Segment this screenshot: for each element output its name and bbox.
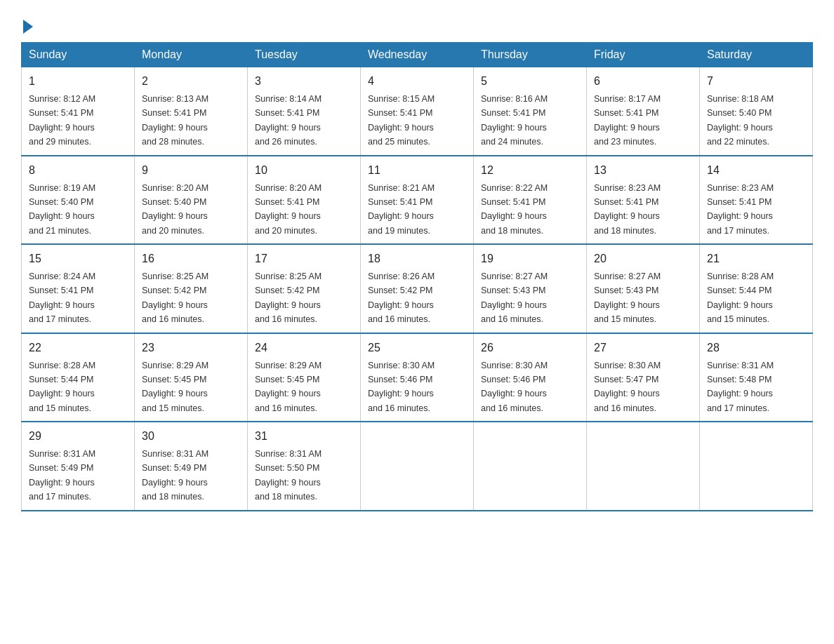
day-info: Sunrise: 8:25 AMSunset: 5:42 PMDaylight:…	[142, 271, 208, 324]
day-info: Sunrise: 8:28 AMSunset: 5:44 PMDaylight:…	[707, 271, 774, 324]
calendar-day-cell: 28 Sunrise: 8:31 AMSunset: 5:48 PMDaylig…	[700, 333, 813, 422]
calendar-day-cell: 10 Sunrise: 8:20 AMSunset: 5:41 PMDaylig…	[248, 156, 361, 245]
day-of-week-header: Friday	[587, 43, 700, 67]
calendar-day-cell: 29 Sunrise: 8:31 AMSunset: 5:49 PMDaylig…	[22, 422, 135, 511]
calendar-table: SundayMondayTuesdayWednesdayThursdayFrid…	[21, 42, 813, 511]
day-info: Sunrise: 8:29 AMSunset: 5:45 PMDaylight:…	[255, 361, 322, 413]
day-number: 3	[255, 73, 353, 90]
calendar-day-cell: 15 Sunrise: 8:24 AMSunset: 5:41 PMDaylig…	[22, 244, 135, 333]
logo	[21, 21, 33, 34]
day-info: Sunrise: 8:30 AMSunset: 5:47 PMDaylight:…	[594, 361, 661, 413]
day-of-week-header: Wednesday	[361, 43, 474, 67]
calendar-day-cell: 5 Sunrise: 8:16 AMSunset: 5:41 PMDayligh…	[474, 67, 587, 156]
day-number: 9	[142, 162, 240, 179]
day-number: 17	[255, 250, 353, 267]
day-info: Sunrise: 8:12 AMSunset: 5:41 PMDaylight:…	[29, 94, 95, 147]
day-info: Sunrise: 8:18 AMSunset: 5:40 PMDaylight:…	[707, 94, 774, 147]
day-of-week-header: Tuesday	[248, 43, 361, 67]
day-info: Sunrise: 8:30 AMSunset: 5:46 PMDaylight:…	[481, 361, 548, 413]
day-info: Sunrise: 8:27 AMSunset: 5:43 PMDaylight:…	[594, 271, 661, 324]
calendar-week-row: 15 Sunrise: 8:24 AMSunset: 5:41 PMDaylig…	[22, 244, 813, 333]
day-info: Sunrise: 8:22 AMSunset: 5:41 PMDaylight:…	[481, 183, 548, 236]
calendar-day-cell: 4 Sunrise: 8:15 AMSunset: 5:41 PMDayligh…	[361, 67, 474, 156]
calendar-day-cell: 20 Sunrise: 8:27 AMSunset: 5:43 PMDaylig…	[587, 244, 700, 333]
day-info: Sunrise: 8:20 AMSunset: 5:40 PMDaylight:…	[142, 183, 208, 236]
calendar-day-cell: 6 Sunrise: 8:17 AMSunset: 5:41 PMDayligh…	[587, 67, 700, 156]
calendar-day-cell: 8 Sunrise: 8:19 AMSunset: 5:40 PMDayligh…	[22, 156, 135, 245]
day-number: 12	[481, 162, 579, 179]
calendar-day-cell: 12 Sunrise: 8:22 AMSunset: 5:41 PMDaylig…	[474, 156, 587, 245]
calendar-day-cell: 9 Sunrise: 8:20 AMSunset: 5:40 PMDayligh…	[135, 156, 248, 245]
day-of-week-header: Sunday	[22, 43, 135, 67]
calendar-day-cell: 7 Sunrise: 8:18 AMSunset: 5:40 PMDayligh…	[700, 67, 813, 156]
day-info: Sunrise: 8:21 AMSunset: 5:41 PMDaylight:…	[368, 183, 435, 236]
day-of-week-header: Thursday	[474, 43, 587, 67]
day-number: 27	[594, 340, 692, 356]
calendar-day-cell: 31 Sunrise: 8:31 AMSunset: 5:50 PMDaylig…	[248, 422, 361, 511]
day-info: Sunrise: 8:28 AMSunset: 5:44 PMDaylight:…	[29, 361, 95, 413]
day-info: Sunrise: 8:16 AMSunset: 5:41 PMDaylight:…	[481, 94, 548, 147]
day-number: 24	[255, 340, 353, 356]
calendar-day-cell: 1 Sunrise: 8:12 AMSunset: 5:41 PMDayligh…	[22, 67, 135, 156]
calendar-week-row: 1 Sunrise: 8:12 AMSunset: 5:41 PMDayligh…	[22, 67, 813, 156]
day-info: Sunrise: 8:25 AMSunset: 5:42 PMDaylight:…	[255, 271, 322, 324]
day-info: Sunrise: 8:13 AMSunset: 5:41 PMDaylight:…	[142, 94, 208, 147]
day-number: 8	[29, 162, 127, 179]
day-number: 11	[368, 162, 466, 179]
day-number: 22	[29, 340, 127, 356]
calendar-header-row: SundayMondayTuesdayWednesdayThursdayFrid…	[22, 43, 813, 67]
day-number: 6	[594, 73, 692, 90]
calendar-day-cell: 25 Sunrise: 8:30 AMSunset: 5:46 PMDaylig…	[361, 333, 474, 422]
calendar-week-row: 8 Sunrise: 8:19 AMSunset: 5:40 PMDayligh…	[22, 156, 813, 245]
calendar-day-cell	[587, 422, 700, 511]
day-info: Sunrise: 8:15 AMSunset: 5:41 PMDaylight:…	[368, 94, 435, 147]
day-info: Sunrise: 8:27 AMSunset: 5:43 PMDaylight:…	[481, 271, 548, 324]
day-number: 15	[29, 250, 127, 267]
calendar-day-cell: 30 Sunrise: 8:31 AMSunset: 5:49 PMDaylig…	[135, 422, 248, 511]
day-number: 19	[481, 250, 579, 267]
day-number: 16	[142, 250, 240, 267]
day-number: 25	[368, 340, 466, 356]
calendar-day-cell: 16 Sunrise: 8:25 AMSunset: 5:42 PMDaylig…	[135, 244, 248, 333]
day-number: 5	[481, 73, 579, 90]
day-of-week-header: Monday	[135, 43, 248, 67]
day-info: Sunrise: 8:31 AMSunset: 5:48 PMDaylight:…	[707, 361, 774, 413]
calendar-day-cell: 17 Sunrise: 8:25 AMSunset: 5:42 PMDaylig…	[248, 244, 361, 333]
day-number: 2	[142, 73, 240, 90]
calendar-day-cell: 26 Sunrise: 8:30 AMSunset: 5:46 PMDaylig…	[474, 333, 587, 422]
logo-triangle-icon	[23, 20, 33, 34]
day-info: Sunrise: 8:31 AMSunset: 5:49 PMDaylight:…	[29, 449, 95, 502]
day-info: Sunrise: 8:31 AMSunset: 5:50 PMDaylight:…	[255, 449, 322, 502]
day-number: 28	[707, 340, 805, 356]
day-info: Sunrise: 8:26 AMSunset: 5:42 PMDaylight:…	[368, 271, 435, 324]
day-info: Sunrise: 8:23 AMSunset: 5:41 PMDaylight:…	[707, 183, 774, 236]
day-number: 30	[142, 428, 240, 445]
calendar-day-cell: 2 Sunrise: 8:13 AMSunset: 5:41 PMDayligh…	[135, 67, 248, 156]
day-number: 13	[594, 162, 692, 179]
calendar-day-cell: 11 Sunrise: 8:21 AMSunset: 5:41 PMDaylig…	[361, 156, 474, 245]
day-number: 20	[594, 250, 692, 267]
day-info: Sunrise: 8:31 AMSunset: 5:49 PMDaylight:…	[142, 449, 208, 502]
calendar-day-cell: 3 Sunrise: 8:14 AMSunset: 5:41 PMDayligh…	[248, 67, 361, 156]
calendar-day-cell: 13 Sunrise: 8:23 AMSunset: 5:41 PMDaylig…	[587, 156, 700, 245]
day-number: 29	[29, 428, 127, 445]
calendar-day-cell: 23 Sunrise: 8:29 AMSunset: 5:45 PMDaylig…	[135, 333, 248, 422]
calendar-week-row: 29 Sunrise: 8:31 AMSunset: 5:49 PMDaylig…	[22, 422, 813, 511]
day-info: Sunrise: 8:29 AMSunset: 5:45 PMDaylight:…	[142, 361, 208, 413]
day-number: 7	[707, 73, 805, 90]
day-info: Sunrise: 8:19 AMSunset: 5:40 PMDaylight:…	[29, 183, 95, 236]
calendar-day-cell	[700, 422, 813, 511]
calendar-day-cell: 21 Sunrise: 8:28 AMSunset: 5:44 PMDaylig…	[700, 244, 813, 333]
day-info: Sunrise: 8:17 AMSunset: 5:41 PMDaylight:…	[594, 94, 661, 147]
calendar-day-cell: 22 Sunrise: 8:28 AMSunset: 5:44 PMDaylig…	[22, 333, 135, 422]
day-number: 14	[707, 162, 805, 179]
day-number: 31	[255, 428, 353, 445]
day-number: 26	[481, 340, 579, 356]
day-of-week-header: Saturday	[700, 43, 813, 67]
day-number: 1	[29, 73, 127, 90]
day-info: Sunrise: 8:30 AMSunset: 5:46 PMDaylight:…	[368, 361, 435, 413]
day-number: 10	[255, 162, 353, 179]
day-info: Sunrise: 8:20 AMSunset: 5:41 PMDaylight:…	[255, 183, 322, 236]
day-number: 23	[142, 340, 240, 356]
calendar-day-cell: 27 Sunrise: 8:30 AMSunset: 5:47 PMDaylig…	[587, 333, 700, 422]
